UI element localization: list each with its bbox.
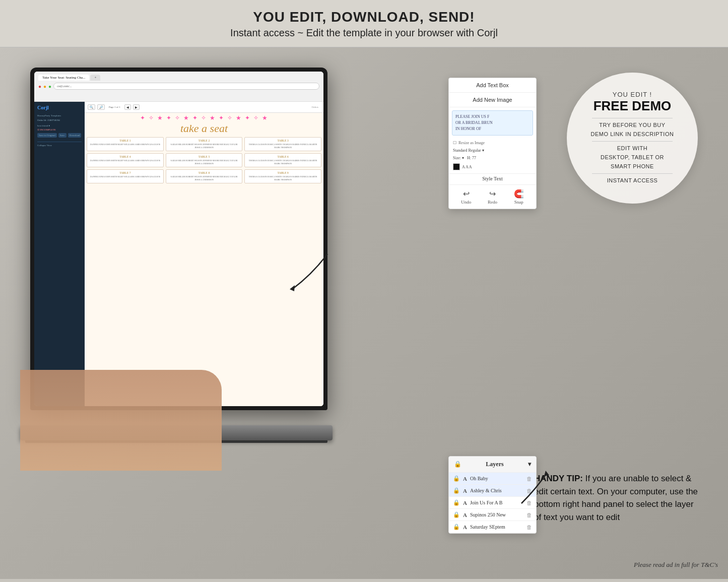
sidebar-options: best friend ♦ ⊙ INCOMPLETE Save to Origi… (37, 124, 82, 138)
redo-icon: ↪ (489, 189, 496, 199)
badge-try-before: TRY BEFORE YOU BUY (599, 121, 665, 130)
add-new-image-button[interactable]: Add New Image (449, 93, 536, 107)
layer-lock-icon: 🔒 (453, 475, 460, 482)
main-area: Take Your Seat: Seating Cha... + ● ● ● c… (0, 47, 728, 579)
inactive-tab[interactable]: + (90, 75, 100, 81)
badge-free-demo: FREE DEMO (593, 99, 672, 112)
layer-lock-icon-3: 🔒 (453, 499, 460, 506)
stars-decoration: ✦ ✧ ★ ✦ ✧ ★ ✦ ✧ ★ ✦ ✧ ★ ✦ ✧ ★ (87, 115, 321, 121)
svg-marker-0 (290, 285, 295, 291)
table-card: TABLE 8SARAH MILLER ROBERT WILSON JENNIF… (166, 169, 243, 183)
svg-marker-1 (544, 471, 549, 476)
table-names: THOMAS JACKSON JESSICA WHITE CHARLES HAR… (246, 143, 319, 149)
add-text-box-button[interactable]: Add Text Box (449, 78, 536, 93)
table-label: TABLE 6 (246, 155, 319, 158)
tables-grid: TABLE 1DAPHNE JONES JOHN SMITH MARY WILL… (87, 137, 321, 183)
layer-lock-icon-4: 🔒 (453, 511, 460, 518)
resize-image-row: ☐ Resize as Image (449, 139, 536, 147)
sidebar-collapse[interactable]: Collapse View (37, 142, 82, 147)
table-card: TABLE 5SARAH MILLER ROBERT WILSON JENNIF… (166, 153, 243, 167)
browser-tabs: Take Your Seat: Seating Cha... + (38, 75, 319, 81)
prev-page-btn[interactable]: ◀ (124, 104, 131, 110)
table-label: TABLE 3 (246, 139, 319, 142)
table-names: SARAH MILLER ROBERT WILSON JENNIFER MOOR… (168, 143, 241, 149)
badge-divider-1 (592, 118, 673, 118)
order-id: Order Id: 1500758194 (37, 119, 82, 121)
table-names: THOMAS JACKSON JESSICA WHITE CHARLES HAR… (246, 175, 319, 181)
badge-smart-phone: SMART PHONE (611, 162, 654, 171)
sub-title: Instant access ~ Edit the template in yo… (10, 27, 718, 39)
panel-tools-row: ↩ Undo ↪ Redo 🧲 Snap (449, 184, 536, 209)
top-banner: YOU EDIT, DOWNLOAD, SEND! Instant access… (0, 0, 728, 47)
layer-type-icon-5: A (463, 524, 467, 530)
corjl-toolbar: 🔍 🔎 Page 1 of 1 ◀ ▶ Orders (85, 102, 323, 113)
undo-tool[interactable]: ↩ Undo (461, 189, 471, 205)
browser-window: Take Your Seat: Seating Cha... + ● ● ● c… (34, 72, 323, 406)
browser-chrome: Take Your Seat: Seating Cha... + ● ● ● c… (34, 72, 323, 102)
table-card: TABLE 2SARAH MILLER ROBERT WILSON JENNIF… (166, 137, 243, 151)
badge-divider-3 (592, 173, 673, 174)
layer-delete-icon-5[interactable]: 🗑 (526, 524, 532, 530)
panel-arrow (282, 249, 343, 299)
url-bar[interactable]: corjl.com/... (53, 83, 319, 90)
color-controls: A A A (449, 162, 536, 173)
table-card: TABLE 1DAPHNE JONES JOHN SMITH MARY WILL… (87, 137, 164, 151)
corjl-app: Corjl HoorayParty Templates Order Id: 15… (34, 102, 323, 406)
layer-type-icon-3: A (463, 500, 467, 506)
lock-icon: 🔒 (454, 461, 461, 468)
table-label: TABLE 9 (246, 171, 319, 174)
layer-type-icon-2: A (463, 488, 467, 494)
corjl-sidebar: Corjl HoorayParty Templates Order Id: 15… (34, 102, 85, 406)
redo-tool[interactable]: ↪ Redo (488, 189, 497, 205)
layer-delete-icon-4[interactable]: 🗑 (526, 512, 532, 518)
table-label: TABLE 7 (89, 171, 162, 174)
size-controls: Size: ▾H: 77 (449, 155, 536, 162)
corjl-logo: Corjl (37, 105, 82, 110)
table-names: SARAH MILLER ROBERT WILSON JENNIFER MOOR… (168, 159, 241, 165)
table-card: TABLE 3THOMAS JACKSON JESSICA WHITE CHAR… (244, 137, 321, 151)
layers-arrow (516, 468, 557, 508)
badge-devices: DESKTOP, TABLET OR (601, 153, 664, 162)
text-preview: PLEASE JOIN US FOR A BRIDAL BRUNIN HONOR… (452, 110, 533, 136)
layer-lock-icon-5: 🔒 (453, 524, 460, 530)
next-page-btn[interactable]: ▶ (133, 104, 140, 110)
table-names: DAPHNE JONES JOHN SMITH MARY WILLIAMS JA… (89, 175, 162, 178)
table-card: TABLE 9THOMAS JACKSON JESSICA WHITE CHAR… (244, 169, 321, 183)
table-names: THOMAS JACKSON JESSICA WHITE CHARLES HAR… (246, 159, 319, 165)
corjl-edit-panel: Add Text Box Add New Image PLEASE JOIN U… (448, 78, 537, 209)
hoorayparty-label: HoorayParty Templates (37, 114, 82, 117)
layer-lock-icon-2: 🔒 (453, 487, 460, 494)
snap-icon: 🧲 (514, 189, 524, 199)
table-card: TABLE 7DAPHNE JONES JOHN SMITH MARY WILL… (87, 169, 164, 183)
layer-item-4[interactable]: 🔒 A Supinos 250 New 🗑 (449, 509, 536, 521)
font-controls: Standard Regular ▾ (449, 147, 536, 155)
badge-you-edit: YOU EDIT ! (613, 91, 652, 98)
table-card: TABLE 4DAPHNE JONES JOHN SMITH MARY WILL… (87, 153, 164, 167)
badge-edit-with: EDIT WITH (617, 144, 648, 153)
table-card: TABLE 6THOMAS JACKSON JESSICA WHITE CHAR… (244, 153, 321, 167)
hand (20, 370, 222, 471)
undo-icon: ↩ (463, 189, 470, 199)
chevron-down-icon[interactable]: ▾ (528, 461, 531, 468)
table-label: TABLE 8 (168, 171, 241, 174)
table-label: TABLE 5 (168, 155, 241, 158)
table-label: TABLE 4 (89, 155, 162, 158)
active-tab[interactable]: Take Your Seat: Seating Cha... (38, 75, 89, 81)
badge-divider-2 (592, 141, 673, 142)
layer-type-icon: A (463, 476, 467, 482)
table-label: TABLE 2 (168, 139, 241, 142)
table-label: TABLE 1 (89, 139, 162, 142)
badge-demo-link: DEMO LINK IN DESCRIPTION (591, 130, 674, 139)
layer-type-icon-4: A (463, 512, 467, 518)
layer-item-5[interactable]: 🔒 A Saturday SEptem 🗑 (449, 521, 536, 533)
table-names: DAPHNE JONES JOHN SMITH MARY WILLIAMS JA… (89, 159, 162, 162)
zoom-out-btn[interactable]: 🔎 (97, 104, 105, 110)
address-bar-row: ● ● ● corjl.com/... (38, 83, 319, 90)
page-indicator: Page 1 of 1 (109, 106, 120, 108)
take-a-seat-title: take a seat (87, 122, 321, 135)
laptop-screen: Take Your Seat: Seating Cha... + ● ● ● c… (30, 68, 327, 410)
handy-tip: HANDY TIP: If you are unable to select &… (534, 472, 700, 524)
table-names: SARAH MILLER ROBERT WILSON JENNIFER MOOR… (168, 175, 241, 181)
zoom-in-btn[interactable]: 🔍 (88, 104, 95, 110)
snap-tool[interactable]: 🧲 Snap (514, 189, 524, 205)
